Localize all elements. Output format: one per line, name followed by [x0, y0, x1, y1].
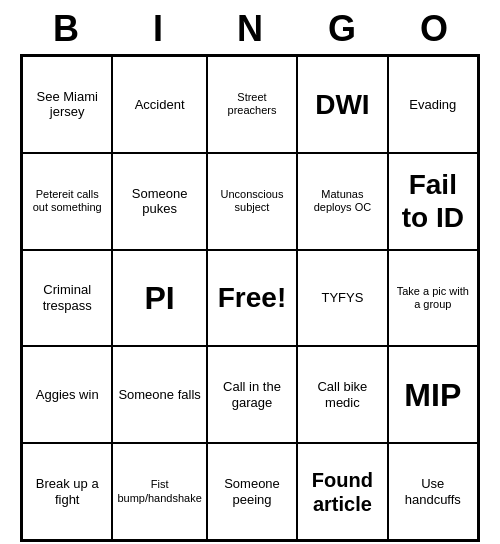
cell-r1-c0: Petereit calls out something	[22, 153, 112, 250]
cell-r4-c1: Fist bump/handshake	[112, 443, 206, 540]
bingo-letter: O	[394, 8, 474, 50]
cell-text: Street preachers	[212, 91, 292, 117]
cell-r1-c1: Someone pukes	[112, 153, 206, 250]
bingo-letter: B	[26, 8, 106, 50]
cell-text: Break up a fight	[27, 476, 107, 507]
cell-r0-c0: See Miami jersey	[22, 56, 112, 153]
cell-text: See Miami jersey	[27, 89, 107, 120]
cell-text: MIP	[404, 376, 461, 414]
cell-text: Found article	[302, 468, 382, 516]
cell-text: Criminal trespass	[27, 282, 107, 313]
bingo-header: BINGO	[20, 0, 480, 54]
cell-text: Call in the garage	[212, 379, 292, 410]
cell-text: Accident	[135, 97, 185, 113]
cell-text: Someone peeing	[212, 476, 292, 507]
cell-text: Someone falls	[118, 387, 200, 403]
cell-r1-c4: Fail to ID	[388, 153, 478, 250]
cell-r3-c1: Someone falls	[112, 346, 206, 443]
cell-r2-c1: PI	[112, 250, 206, 347]
bingo-letter: N	[210, 8, 290, 50]
cell-r4-c2: Someone peeing	[207, 443, 297, 540]
cell-r3-c4: MIP	[388, 346, 478, 443]
cell-r3-c0: Aggies win	[22, 346, 112, 443]
cell-text: Fail to ID	[393, 168, 473, 235]
cell-text: Unconscious subject	[212, 188, 292, 214]
cell-r3-c3: Call bike medic	[297, 346, 387, 443]
cell-text: Free!	[218, 281, 286, 315]
cell-text: Petereit calls out something	[27, 188, 107, 214]
cell-r4-c4: Use handcuffs	[388, 443, 478, 540]
cell-text: Use handcuffs	[393, 476, 473, 507]
cell-r0-c2: Street preachers	[207, 56, 297, 153]
cell-text: PI	[144, 279, 174, 317]
cell-text: Take a pic with a group	[393, 285, 473, 311]
cell-text: Fist bump/handshake	[117, 478, 201, 504]
cell-text: Matunas deploys OC	[302, 188, 382, 214]
bingo-letter: I	[118, 8, 198, 50]
cell-r2-c3: TYFYS	[297, 250, 387, 347]
cell-r4-c3: Found article	[297, 443, 387, 540]
cell-r2-c2: Free!	[207, 250, 297, 347]
cell-text: DWI	[315, 88, 369, 122]
cell-r0-c3: DWI	[297, 56, 387, 153]
cell-text: Someone pukes	[117, 186, 201, 217]
cell-r0-c4: Evading	[388, 56, 478, 153]
cell-r2-c0: Criminal trespass	[22, 250, 112, 347]
cell-text: TYFYS	[321, 290, 363, 306]
cell-text: Evading	[409, 97, 456, 113]
cell-r1-c2: Unconscious subject	[207, 153, 297, 250]
bingo-letter: G	[302, 8, 382, 50]
cell-text: Call bike medic	[302, 379, 382, 410]
cell-text: Aggies win	[36, 387, 99, 403]
cell-r1-c3: Matunas deploys OC	[297, 153, 387, 250]
cell-r2-c4: Take a pic with a group	[388, 250, 478, 347]
cell-r3-c2: Call in the garage	[207, 346, 297, 443]
cell-r4-c0: Break up a fight	[22, 443, 112, 540]
cell-r0-c1: Accident	[112, 56, 206, 153]
bingo-grid: See Miami jerseyAccidentStreet preachers…	[20, 54, 480, 542]
